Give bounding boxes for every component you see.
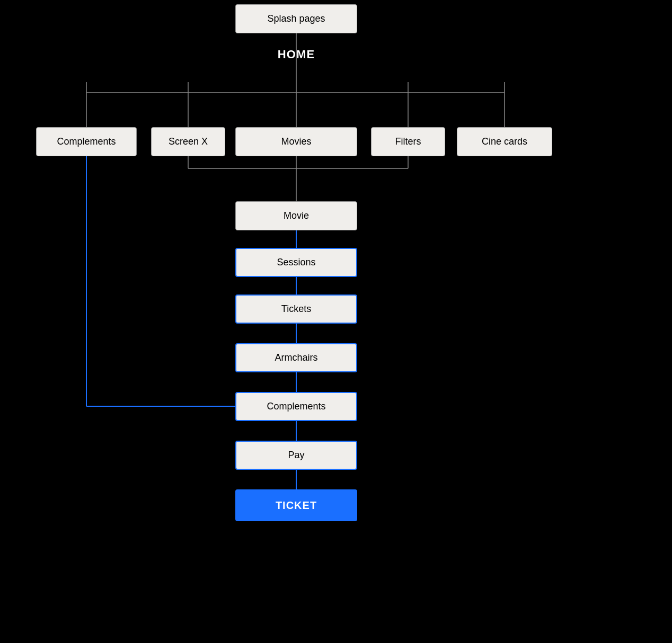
tickets-node: Tickets <box>235 294 357 324</box>
splash-pages-label: Splash pages <box>267 13 325 24</box>
sessions-label: Sessions <box>277 257 315 268</box>
armchairs-node: Armchairs <box>235 343 357 372</box>
complements-top-node: Complements <box>36 127 137 156</box>
cinecards-node: Cine cards <box>457 127 552 156</box>
screenx-label: Screen X <box>169 136 208 147</box>
screenx-node: Screen X <box>151 127 225 156</box>
movie-label: Movie <box>284 210 309 221</box>
ticket-label: TICKET <box>276 499 317 512</box>
splash-pages-node: Splash pages <box>235 4 357 33</box>
sessions-node: Sessions <box>235 248 357 277</box>
complements-mid-node: Complements <box>235 392 357 421</box>
movies-label: Movies <box>281 136 311 147</box>
filters-label: Filters <box>395 136 421 147</box>
complements-top-label: Complements <box>57 136 116 147</box>
filters-node: Filters <box>371 127 445 156</box>
cinecards-label: Cine cards <box>482 136 527 147</box>
armchairs-label: Armchairs <box>275 352 317 363</box>
movie-node: Movie <box>235 201 357 230</box>
movies-node: Movies <box>235 127 357 156</box>
home-label: HOME <box>270 48 323 61</box>
tickets-label: Tickets <box>281 303 311 315</box>
pay-label: Pay <box>288 450 304 461</box>
complements-mid-label: Complements <box>267 401 325 412</box>
diagram: Splash pages HOME Complements Screen X M… <box>0 0 672 643</box>
ticket-node: TICKET <box>235 489 357 521</box>
pay-node: Pay <box>235 441 357 470</box>
